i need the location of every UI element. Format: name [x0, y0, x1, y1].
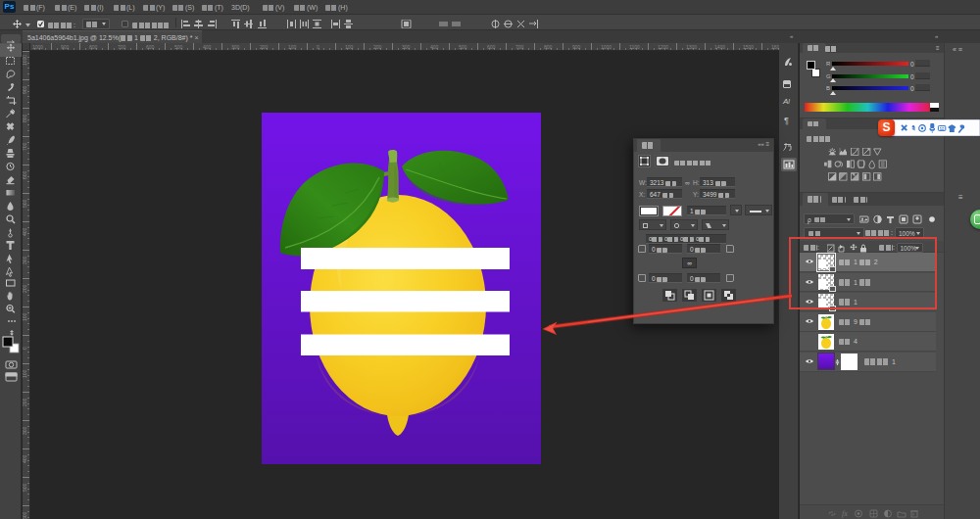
svg-text:fx: fx: [842, 509, 848, 518]
